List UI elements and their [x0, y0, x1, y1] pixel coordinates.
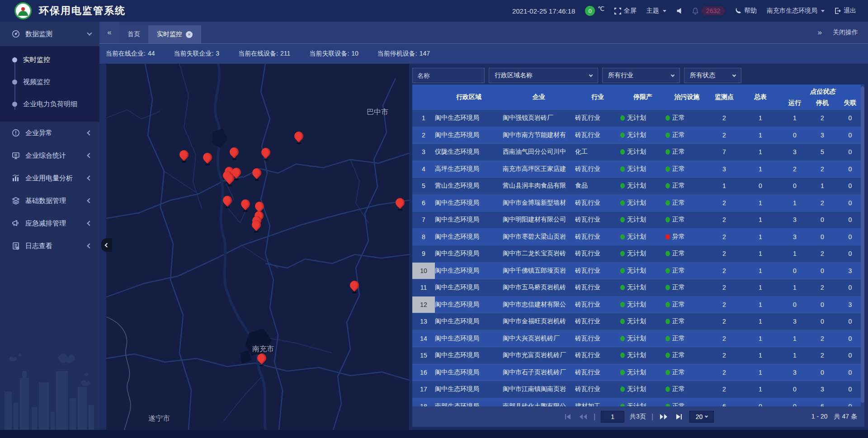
table-row[interactable]: 6阆中生态环境局阆中市金博瑞新型墙材砖瓦行业无计划正常21120 [412, 195, 864, 212]
table-row[interactable]: 1阆中生态环境局阆中强锐页岩砖厂砖瓦行业无计划正常21120 [412, 110, 864, 127]
sidebar-item-实时监控[interactable]: 实时监控 [0, 49, 99, 71]
sidebar-group-基础数据管理[interactable]: 基础数据管理 [0, 189, 99, 212]
app-title: 环保用电监管系统 [39, 4, 126, 18]
next-page-button[interactable] [659, 412, 669, 422]
tabbar-right: » 关闭操作 [818, 21, 868, 43]
pagination-summary: 1 - 20 共 47 条 [811, 413, 857, 421]
cell-industry: 砖瓦行业 [575, 385, 620, 393]
facility-status-label: 正常 [672, 317, 685, 325]
logout-button[interactable]: 退出 [835, 7, 856, 15]
skyline-illustration [0, 339, 99, 430]
cell-industry: 砖瓦行业 [575, 250, 620, 258]
map-pin[interactable] [223, 196, 232, 207]
sidebar-group-label: 数据监测 [25, 30, 88, 38]
tab-首页[interactable]: 首页 [119, 25, 149, 43]
sidebar-group-日志查看[interactable]: 日志查看 [0, 235, 99, 257]
scrollbar-thumb[interactable] [861, 86, 864, 403]
table-row[interactable]: 14阆中生态环境局阆中大兴页岩机砖厂砖瓦行业无计划正常21120 [412, 330, 864, 348]
map-pin[interactable] [396, 198, 405, 210]
cell-region: 阆中生态环境局 [435, 368, 503, 377]
stats-bar: 当前在线企业:44当前失联企业:3当前在线设备:211当前失联设备:10当前停机… [99, 44, 868, 64]
map-pin[interactable] [252, 168, 261, 180]
column-header-row-number [412, 85, 435, 110]
cell-company: 阆中市石子页岩机砖厂 [503, 368, 575, 377]
close-operations-button[interactable]: 关闭操作 [833, 28, 858, 37]
map-pin[interactable] [257, 353, 266, 365]
previous-page-button[interactable] [578, 412, 588, 422]
cell-stop: 无计划 [620, 182, 665, 190]
tabs-scroll-left-button[interactable]: « [99, 21, 119, 43]
sidebar-group-企业用电量分析[interactable]: 企业用电量分析 [0, 167, 99, 189]
table-row[interactable]: 5营山生态环境局营山县润丰肉食品有限食品无计划正常10010 [412, 178, 864, 195]
map-canvas[interactable]: 巴中市南充市遂宁市 [106, 64, 409, 430]
table-row[interactable]: 15阆中生态环境局阆中市光富页岩机砖厂砖瓦行业无计划正常21120 [412, 347, 864, 364]
map-pin[interactable] [225, 174, 234, 185]
status-select[interactable]: 所有状态 [684, 68, 741, 83]
cell-n: 9 [412, 245, 435, 262]
region-select[interactable]: 行政区域名称 [489, 68, 598, 83]
sidebar-group-数据监测[interactable]: 数据监测 [0, 22, 99, 46]
tabs-scroll-right-button[interactable]: » [818, 28, 821, 37]
table-row[interactable]: 12阆中生态环境局阆中市忠信建材有限公砖瓦行业无计划正常21003 [412, 297, 864, 314]
sound-button[interactable] [676, 8, 682, 14]
stat-value: 3 [216, 50, 219, 57]
cell-facility: 正常 [665, 402, 708, 406]
name-search-input[interactable] [412, 68, 485, 83]
fullscreen-button[interactable]: 全屏 [614, 7, 637, 15]
total-pages-label: 共3页 [630, 413, 646, 421]
org-dropdown[interactable]: 南充市生态环境局 [767, 7, 825, 15]
table-row[interactable]: 4高坪生态环境局南充市高坪区王家店建砖瓦行业无计划正常31220 [412, 161, 864, 178]
submenu-dot-icon [12, 102, 17, 107]
table-row[interactable]: 3仪陇生态环境局西南油气田分公司川中化工无计划正常71350 [412, 144, 864, 161]
table-row[interactable]: 8阆中生态环境局阆中市枣碧大梁山页岩砖瓦行业无计划异常21300 [412, 229, 864, 246]
sidebar-collapse-button[interactable] [101, 238, 112, 252]
map-pin[interactable] [252, 220, 261, 232]
help-button[interactable]: 帮助 [735, 7, 757, 15]
sidebar-item-视频监控[interactable]: 视频监控 [0, 71, 99, 93]
page-number-input[interactable]: 1 [601, 411, 624, 423]
table-row[interactable]: 7阆中生态环境局阆中明阳建材有限公司砖瓦行业无计划正常21300 [412, 212, 864, 229]
industry-select[interactable]: 所有行业 [602, 68, 680, 83]
table-row[interactable]: 10阆中生态环境局阆中千佛镇五郎垭页岩砖瓦行业无计划正常21003 [412, 263, 864, 280]
map-pin[interactable] [294, 132, 303, 143]
map-pin[interactable] [241, 199, 250, 211]
table-row[interactable]: 17阆中生态环境局阆中市江南镇阆南页岩砖瓦行业无计划正常21030 [412, 381, 864, 398]
sidebar-group-应急减排管理[interactable]: 应急减排管理 [0, 212, 99, 235]
cell-lost: 0 [836, 284, 864, 291]
cell-region: 阆中生态环境局 [435, 216, 503, 224]
cell-monitor: 2 [708, 335, 740, 342]
map-pin[interactable] [261, 148, 270, 160]
table-row[interactable]: 16阆中生态环境局阆中市石子页岩机砖厂砖瓦行业无计划正常21300 [412, 364, 864, 381]
chevron-down-icon [671, 73, 675, 76]
tab-实时监控[interactable]: 实时监控 [149, 25, 201, 43]
notifications[interactable]: 2632 [692, 6, 725, 15]
cell-facility: 正常 [665, 385, 708, 393]
map-pin[interactable] [203, 153, 212, 165]
table-scrollbar[interactable] [861, 85, 864, 406]
map-pin[interactable] [230, 147, 239, 159]
map-pin-icon [348, 279, 361, 292]
last-page-button[interactable] [674, 412, 684, 422]
cell-industry: 砖瓦行业 [575, 165, 620, 173]
sidebar-group-企业异常[interactable]: 企业异常 [0, 122, 99, 144]
cell-run: 2 [781, 165, 809, 173]
cell-stop: 无计划 [620, 148, 665, 156]
page-size-select[interactable]: 20 [689, 411, 714, 423]
sidebar-item-企业电力负荷明细[interactable]: 企业电力负荷明细 [0, 93, 99, 115]
theme-dropdown[interactable]: 主题 [646, 7, 666, 15]
cell-down: 0 [809, 233, 836, 240]
map-pin[interactable] [179, 150, 189, 162]
table-row[interactable]: 13阆中生态环境局阆中市金福旺页岩机砖砖瓦行业无计划正常21300 [412, 313, 864, 330]
sidebar-group-企业综合统计[interactable]: 企业综合统计 [0, 144, 99, 167]
map-pin[interactable] [350, 281, 359, 292]
map-pin-icon [201, 151, 214, 164]
cell-lost: 0 [836, 233, 864, 240]
table-row[interactable]: 2阆中生态环境局阆中市南方节能建材有砖瓦行业无计划正常21030 [412, 127, 864, 144]
table-row[interactable]: 18南部生态环境局南部县砖化土陶有限公建材加工无计划正常60060 [412, 398, 864, 407]
right-panel: 行政区域名称 所有行业 所有状态 行政区域企业行业停限产治污设施监测点总表点位状… [412, 64, 864, 427]
table-row[interactable]: 9阆中生态环境局阆中市二龙长宝页岩砖砖瓦行业无计划正常21120 [412, 245, 864, 263]
first-page-button[interactable] [563, 412, 573, 422]
table-row[interactable]: 11阆中生态环境局阆中市五马桥页岩机砖砖瓦行业无计划正常21120 [412, 279, 864, 297]
cell-lost: 0 [836, 148, 864, 155]
close-icon[interactable] [186, 31, 193, 38]
